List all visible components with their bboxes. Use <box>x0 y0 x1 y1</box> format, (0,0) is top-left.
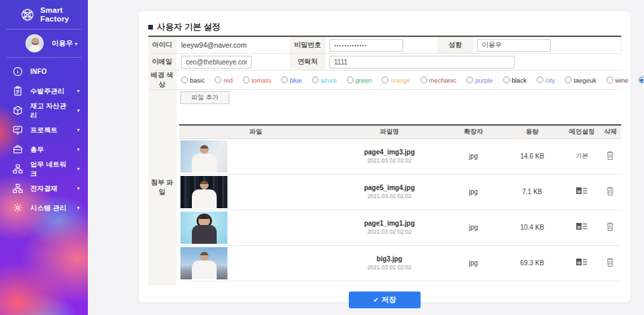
image-list-icon <box>576 187 587 195</box>
chevron-down-icon: ▾ <box>77 205 80 211</box>
name-label: 성함 <box>438 37 473 53</box>
color-radio-blue[interactable]: blue <box>281 77 302 84</box>
delete-button[interactable] <box>606 221 614 234</box>
chevron-down-icon: ▾ <box>77 185 80 191</box>
radio-icon[interactable] <box>565 77 572 83</box>
sidebar-item-project[interactable]: 프로젝트 ▾ <box>0 120 88 140</box>
form-row-2: 이메일 연락처 <box>148 54 621 71</box>
file-table: 파일 파일명 확장자 용량 메인설정 삭제 page4_img <box>179 124 621 281</box>
add-file-button[interactable]: 파일 추가 <box>180 91 229 104</box>
sidebar-item-work-network[interactable]: 업무 네트워크 ▾ <box>0 159 88 179</box>
color-radio-tomato[interactable]: tomato <box>243 77 271 84</box>
color-radio-basic[interactable]: basic <box>181 77 205 84</box>
form-row-3: 배경 색상 basic red tomato blue azure green … <box>148 71 621 90</box>
title-bullet-icon <box>148 25 153 30</box>
email-field[interactable] <box>181 56 252 69</box>
set-main-button[interactable] <box>576 187 587 197</box>
radio-icon[interactable] <box>312 77 319 83</box>
user-menu[interactable]: 이용우 ▾ <box>0 30 88 57</box>
file-size: 69.3 KB <box>500 245 564 281</box>
file-name: page4_img3.jpg <box>332 148 446 156</box>
radio-icon[interactable] <box>537 77 543 83</box>
sitemap-icon <box>12 183 23 194</box>
color-radio-green[interactable]: green <box>347 77 372 84</box>
file-size: 14.6 KB <box>500 138 564 174</box>
attach-label: 첨부 파일 <box>148 90 176 285</box>
radio-icon[interactable] <box>281 77 288 83</box>
file-thumbnail <box>180 212 227 244</box>
sidebar-item-approval[interactable]: 전자결재 ▾ <box>0 179 88 198</box>
color-radio-wine[interactable]: wine <box>606 77 629 84</box>
set-main-button[interactable] <box>576 258 587 268</box>
file-size: 7.1 KB <box>500 174 564 210</box>
trash-icon <box>606 257 614 267</box>
trash-icon <box>606 185 614 196</box>
password-field[interactable] <box>329 39 403 52</box>
color-radio-orange[interactable]: orange <box>382 77 411 84</box>
radio-icon[interactable] <box>466 77 473 83</box>
sidebar-item-info[interactable]: INFO <box>0 62 88 81</box>
gear-icon <box>12 203 23 214</box>
main-flag: 기본 <box>576 152 588 159</box>
main-content: 사용자 기본 설정 아이디 leeyw94@naver.com 비밀번호 성함 … <box>88 0 644 315</box>
trash-icon <box>606 150 614 161</box>
table-row: page5_img4.jpg 2021.03.02 02:02 jpg 7.1 … <box>179 174 621 210</box>
form-row-1: 아이디 leeyw94@naver.com 비밀번호 성함 <box>148 37 621 54</box>
chevron-down-icon: ▾ <box>77 107 80 114</box>
file-date: 2021.03.02 02:02 <box>332 157 446 164</box>
file-date: 2021.03.02 02:02 <box>332 228 446 235</box>
info-icon <box>12 66 23 77</box>
color-radio-city[interactable]: city <box>537 77 555 84</box>
delete-button[interactable] <box>606 257 614 269</box>
color-radio-lump[interactable]: lump <box>639 77 644 84</box>
col-header-delete: 삭제 <box>600 125 621 138</box>
chevron-down-icon: ▾ <box>77 166 80 172</box>
file-date: 2021.03.02 02:02 <box>332 193 446 199</box>
chevron-down-icon: ▾ <box>77 146 80 152</box>
color-radio-azure[interactable]: azure <box>312 77 337 84</box>
chevron-down-icon: ▾ <box>74 41 77 47</box>
table-row: page4_img3.jpg 2021.03.02 02:02 jpg 14.6… <box>179 138 621 174</box>
color-radio-black[interactable]: black <box>503 77 527 84</box>
radio-icon[interactable] <box>382 77 388 83</box>
radio-icon[interactable] <box>181 77 188 83</box>
name-field[interactable] <box>477 39 551 52</box>
radio-icon[interactable] <box>606 77 613 83</box>
radio-icon[interactable] <box>243 77 250 83</box>
file-thumbnail <box>180 247 227 279</box>
sidebar-item-system[interactable]: 시스템 관리 ▾ <box>0 198 88 218</box>
file-ext: jpg <box>447 245 500 281</box>
logo[interactable]: SmartFactory <box>0 0 88 29</box>
file-ext: jpg <box>447 174 500 210</box>
delete-button[interactable] <box>606 185 614 198</box>
save-area: ✔저장 <box>148 291 621 308</box>
email-cell <box>176 54 290 70</box>
radio-icon[interactable] <box>639 77 644 83</box>
save-button[interactable]: ✔저장 <box>349 291 420 308</box>
sidebar-item-inventory[interactable]: 재고 자산관리 ▾ <box>0 101 88 120</box>
col-header-name: 파일명 <box>332 125 446 138</box>
color-radio-purple[interactable]: purple <box>466 77 492 84</box>
sidebar: SmartFactory 이용우 ▾ INFO 수발주관리 ▾ 재고 자산관리 … <box>0 0 88 315</box>
phone-field[interactable] <box>329 56 515 69</box>
sidebar-item-orders[interactable]: 수발주관리 ▾ <box>0 81 88 101</box>
phone-cell <box>325 54 621 70</box>
user-name: 이용우 ▾ <box>52 39 77 48</box>
color-radio-red[interactable]: red <box>215 77 233 84</box>
name-cell <box>473 37 621 53</box>
radio-icon[interactable] <box>215 77 221 83</box>
sidebar-item-general-affairs[interactable]: 총무 ▾ <box>0 140 88 159</box>
file-name: page1_img1.jpg <box>332 220 446 227</box>
set-main-button[interactable] <box>576 222 587 232</box>
image-list-icon <box>576 222 587 230</box>
color-radio-taegeuk[interactable]: taegeuk <box>565 77 596 84</box>
password-cell <box>325 37 438 53</box>
delete-button[interactable] <box>606 150 614 163</box>
monitor-icon <box>12 125 23 136</box>
radio-icon[interactable] <box>421 77 427 83</box>
radio-icon[interactable] <box>503 77 510 83</box>
color-radio-mechanic[interactable]: mechanic <box>421 77 457 84</box>
chevron-down-icon: ▾ <box>77 88 80 94</box>
table-row: big3.jpg 2021.03.02 02:02 jpg 69.3 KB <box>179 245 621 281</box>
radio-icon[interactable] <box>347 77 354 83</box>
